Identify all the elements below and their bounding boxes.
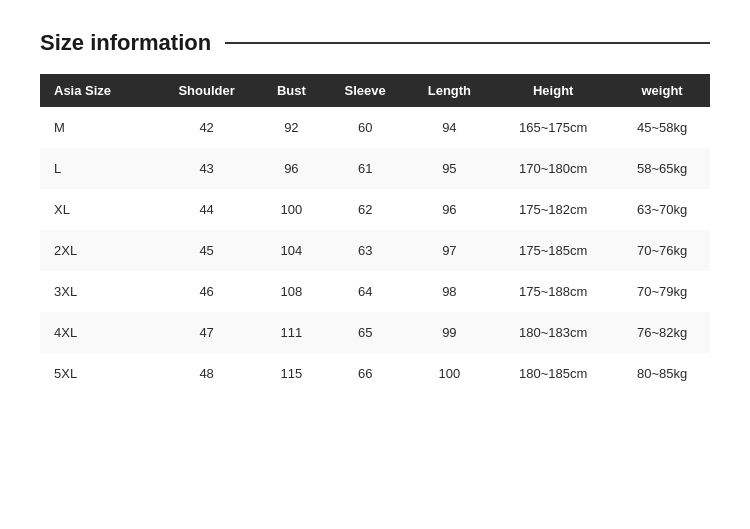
cell-r2-c6: 63~70kg: [614, 189, 710, 230]
cell-r1-c5: 170~180cm: [492, 148, 614, 189]
cell-r6-c6: 80~85kg: [614, 353, 710, 394]
cell-r6-c2: 115: [259, 353, 324, 394]
cell-r5-c1: 47: [154, 312, 259, 353]
cell-r0-c5: 165~175cm: [492, 107, 614, 148]
cell-r5-c2: 111: [259, 312, 324, 353]
size-info-container: Size information Asia SizeShoulderBustSl…: [40, 30, 710, 394]
cell-r5-c0: 4XL: [40, 312, 154, 353]
cell-r5-c3: 65: [324, 312, 407, 353]
cell-r3-c6: 70~76kg: [614, 230, 710, 271]
title-row: Size information: [40, 30, 710, 56]
table-row: 5XL4811566100180~185cm80~85kg: [40, 353, 710, 394]
cell-r3-c2: 104: [259, 230, 324, 271]
cell-r4-c0: 3XL: [40, 271, 154, 312]
cell-r1-c6: 58~65kg: [614, 148, 710, 189]
header-weight: weight: [614, 74, 710, 107]
page-title: Size information: [40, 30, 211, 56]
cell-r2-c3: 62: [324, 189, 407, 230]
header-length: Length: [407, 74, 493, 107]
table-row: 3XL461086498175~188cm70~79kg: [40, 271, 710, 312]
table-row: 4XL471116599180~183cm76~82kg: [40, 312, 710, 353]
cell-r6-c3: 66: [324, 353, 407, 394]
cell-r3-c0: 2XL: [40, 230, 154, 271]
cell-r0-c4: 94: [407, 107, 493, 148]
cell-r3-c5: 175~185cm: [492, 230, 614, 271]
cell-r1-c3: 61: [324, 148, 407, 189]
header-height: Height: [492, 74, 614, 107]
table-row: M42926094165~175cm45~58kg: [40, 107, 710, 148]
cell-r5-c4: 99: [407, 312, 493, 353]
cell-r2-c2: 100: [259, 189, 324, 230]
cell-r4-c2: 108: [259, 271, 324, 312]
table-header: Asia SizeShoulderBustSleeveLengthHeightw…: [40, 74, 710, 107]
cell-r2-c4: 96: [407, 189, 493, 230]
cell-r4-c4: 98: [407, 271, 493, 312]
cell-r5-c5: 180~183cm: [492, 312, 614, 353]
header-bust: Bust: [259, 74, 324, 107]
size-table: Asia SizeShoulderBustSleeveLengthHeightw…: [40, 74, 710, 394]
cell-r4-c5: 175~188cm: [492, 271, 614, 312]
cell-r3-c4: 97: [407, 230, 493, 271]
cell-r0-c2: 92: [259, 107, 324, 148]
header-shoulder: Shoulder: [154, 74, 259, 107]
header-sleeve: Sleeve: [324, 74, 407, 107]
cell-r0-c0: M: [40, 107, 154, 148]
title-divider: [225, 42, 710, 44]
cell-r3-c3: 63: [324, 230, 407, 271]
cell-r1-c4: 95: [407, 148, 493, 189]
cell-r6-c1: 48: [154, 353, 259, 394]
cell-r2-c1: 44: [154, 189, 259, 230]
cell-r6-c4: 100: [407, 353, 493, 394]
table-row: L43966195170~180cm58~65kg: [40, 148, 710, 189]
cell-r4-c1: 46: [154, 271, 259, 312]
cell-r1-c2: 96: [259, 148, 324, 189]
header-row: Asia SizeShoulderBustSleeveLengthHeightw…: [40, 74, 710, 107]
cell-r0-c3: 60: [324, 107, 407, 148]
cell-r6-c5: 180~185cm: [492, 353, 614, 394]
cell-r5-c6: 76~82kg: [614, 312, 710, 353]
cell-r0-c6: 45~58kg: [614, 107, 710, 148]
header-asia-size: Asia Size: [40, 74, 154, 107]
cell-r2-c5: 175~182cm: [492, 189, 614, 230]
cell-r1-c0: L: [40, 148, 154, 189]
table-row: XL441006296175~182cm63~70kg: [40, 189, 710, 230]
cell-r0-c1: 42: [154, 107, 259, 148]
cell-r2-c0: XL: [40, 189, 154, 230]
cell-r4-c3: 64: [324, 271, 407, 312]
table-body: M42926094165~175cm45~58kgL43966195170~18…: [40, 107, 710, 394]
cell-r3-c1: 45: [154, 230, 259, 271]
cell-r6-c0: 5XL: [40, 353, 154, 394]
table-row: 2XL451046397175~185cm70~76kg: [40, 230, 710, 271]
cell-r4-c6: 70~79kg: [614, 271, 710, 312]
cell-r1-c1: 43: [154, 148, 259, 189]
